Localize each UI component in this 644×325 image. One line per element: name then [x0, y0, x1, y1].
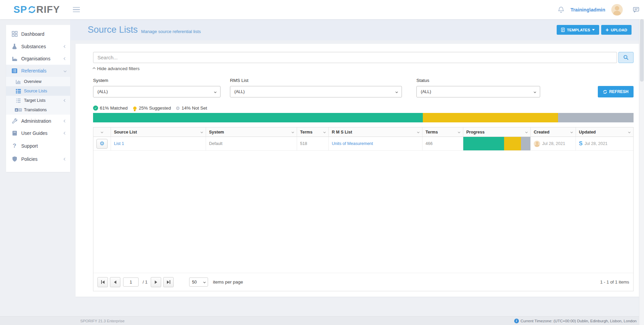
next-page-button[interactable] — [151, 277, 161, 287]
chevron-left-icon — [64, 157, 66, 160]
translations-icon: A* — [15, 108, 21, 112]
menu-toggle-icon[interactable] — [73, 6, 80, 14]
legend-matched: ✓ 61% Matched — [93, 106, 128, 111]
legend-not-set-label: 14% Not Set — [181, 106, 207, 111]
sidebar-item-dashboard[interactable]: Dashboard — [6, 28, 70, 40]
sidebar-item-label: Dashboard — [21, 31, 45, 37]
footer: SPORIFY 21.3 Enterprise i Current Timezo… — [0, 316, 644, 325]
grid-header-row: Source List System Terms R M S List Term… — [93, 127, 633, 137]
target-lists-icon — [15, 98, 21, 103]
column-menu-icon[interactable] — [323, 131, 326, 133]
refresh-icon — [603, 90, 607, 94]
sidebar-item-support[interactable]: ? Support — [6, 139, 70, 153]
overall-progress-bar — [93, 113, 634, 122]
column-menu-icon[interactable] — [292, 131, 294, 133]
column-header-rms-terms[interactable]: Terms — [422, 127, 463, 137]
topbar: SP RIFY Training\admin — [0, 0, 644, 19]
column-header-created[interactable]: Created — [531, 127, 576, 137]
column-menu-icon[interactable] — [458, 131, 460, 133]
file-icon — [561, 28, 565, 32]
sidebar-item-overview[interactable]: Overview — [6, 77, 70, 86]
page-size-select[interactable]: 50 — [189, 277, 208, 287]
bell-icon[interactable] — [558, 6, 564, 13]
chevron-left-icon — [64, 45, 66, 48]
dashboard-icon — [11, 31, 18, 37]
column-header-updated[interactable]: Updated — [576, 127, 633, 137]
page-number-input[interactable] — [123, 277, 139, 287]
column-header-progress[interactable]: Progress — [463, 127, 531, 137]
column-header-source-list[interactable]: Source List — [111, 127, 206, 137]
progress-not-set-segment — [558, 113, 634, 122]
upload-button[interactable]: + UPLOAD — [601, 25, 632, 35]
creator-avatar — [534, 141, 540, 147]
sidebar-item-referentials[interactable]: Referentials — [6, 65, 70, 77]
sidebar-item-administration[interactable]: Administration — [6, 115, 70, 127]
rms-terms-cell: 466 — [422, 137, 463, 150]
system-filter-select[interactable]: (ALL) — [93, 86, 221, 97]
column-menu-icon[interactable] — [417, 131, 419, 133]
search-input[interactable] — [93, 52, 617, 63]
chevron-up-icon — [93, 67, 95, 70]
column-header-system[interactable]: System — [206, 127, 297, 137]
chevron-left-icon — [64, 132, 66, 135]
logo-text-prefix: SP — [13, 4, 27, 15]
source-list-link[interactable]: List 1 — [114, 141, 124, 146]
rms-list-filter-select[interactable]: (ALL) — [230, 86, 402, 97]
user-menu[interactable]: Training\admin — [570, 7, 605, 12]
pagination-bar: / 1 50 items per page 1 - 1 of 1 items — [93, 273, 633, 291]
chevron-down-icon — [214, 90, 216, 93]
items-per-page-label: items per page — [213, 279, 243, 285]
status-filter-select[interactable]: (ALL) — [416, 86, 540, 97]
column-menu-icon[interactable] — [101, 131, 103, 133]
app-version: SPORIFY 21.3 Enterprise — [80, 319, 124, 323]
previous-page-button[interactable] — [110, 277, 120, 287]
first-page-button[interactable] — [97, 277, 108, 287]
row-settings-button[interactable]: ⚙ — [96, 139, 108, 149]
hide-advanced-filters-label: Hide advanced filters — [97, 66, 140, 71]
sidebar-item-organisations[interactable]: Organisations — [6, 53, 70, 65]
last-page-button[interactable] — [163, 277, 174, 287]
scrollbar-track[interactable] — [639, 19, 644, 325]
column-header-actions[interactable] — [93, 127, 111, 137]
progress-suggested-segment — [423, 113, 558, 122]
row-progress-bar — [463, 137, 530, 150]
column-menu-icon[interactable] — [628, 131, 631, 133]
refresh-button[interactable]: REFRESH — [598, 86, 634, 97]
sidebar-item-label: Translations — [24, 108, 47, 112]
sidebar-item-policies[interactable]: Policies — [6, 153, 70, 165]
question-icon: ? — [11, 143, 18, 149]
avatar[interactable] — [611, 4, 623, 16]
system-filter-value: (ALL) — [97, 89, 108, 94]
column-header-rms-list[interactable]: R M S List — [329, 127, 422, 137]
search-button[interactable] — [618, 52, 634, 63]
sidebar-item-translations[interactable]: A* Translations — [6, 105, 70, 115]
sidebar-item-target-lists[interactable]: Target Lists — [6, 96, 70, 105]
sidebar-item-label: Policies — [21, 156, 37, 162]
sidebar-item-user-guides[interactable]: User Guides — [6, 127, 70, 139]
legend-not-set: ⚙ 14% Not Set — [176, 106, 207, 111]
page-header: Source Lists Manage source referential l… — [70, 19, 639, 40]
sidebar-item-substances[interactable]: Substances — [6, 40, 70, 53]
created-date: Jul 28, 2021 — [542, 141, 565, 146]
column-menu-icon[interactable] — [525, 131, 528, 133]
gear-icon: ⚙ — [99, 141, 104, 146]
logo-text-suffix: RIFY — [36, 4, 60, 15]
plus-icon: + — [606, 27, 609, 33]
templates-button[interactable]: TEMPLATES — [557, 25, 599, 35]
rms-list-link[interactable]: Units of Measurement — [332, 141, 373, 146]
sidebar-item-label: Support — [21, 143, 38, 149]
rms-list-filter-value: (ALL) — [234, 89, 245, 94]
progress-not-set-segment — [521, 137, 530, 150]
info-icon: i — [514, 319, 519, 323]
chevron-down-icon — [203, 281, 206, 283]
scrollbar-thumb[interactable] — [640, 19, 644, 82]
feedback-chat-icon[interactable] — [633, 7, 639, 13]
column-menu-icon[interactable] — [201, 131, 203, 133]
status-filter-label: Status — [416, 78, 540, 83]
sidebar-item-source-lists[interactable]: Source Lists — [6, 86, 70, 96]
hide-advanced-filters-link[interactable]: Hide advanced filters — [93, 66, 140, 71]
column-menu-icon[interactable] — [570, 131, 573, 133]
shield-icon — [11, 156, 18, 162]
column-header-terms[interactable]: Terms — [297, 127, 329, 137]
legend-matched-label: 61% Matched — [100, 106, 128, 111]
